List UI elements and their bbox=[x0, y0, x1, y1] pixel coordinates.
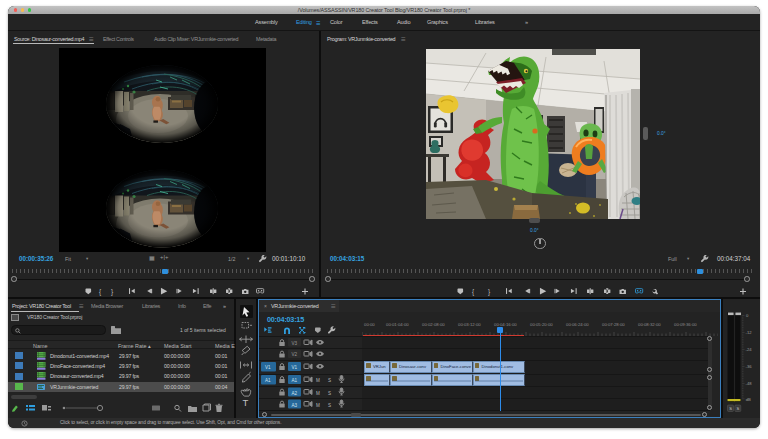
svg-text:M: M bbox=[316, 378, 320, 383]
svg-text:M: M bbox=[316, 391, 320, 396]
svg-text:dB: dB bbox=[745, 397, 750, 402]
svg-text:V3: V3 bbox=[292, 341, 298, 346]
svg-text:S: S bbox=[328, 391, 331, 396]
svg-text:M: M bbox=[316, 403, 320, 408]
svg-text:S: S bbox=[736, 406, 739, 411]
svg-text:{: { bbox=[99, 288, 102, 296]
svg-text:}: } bbox=[111, 288, 114, 296]
svg-text:-24: -24 bbox=[745, 347, 752, 352]
svg-text:A2: A2 bbox=[292, 391, 298, 396]
svg-text:-12: -12 bbox=[745, 330, 752, 335]
svg-text:A1: A1 bbox=[292, 378, 298, 383]
svg-text:V1: V1 bbox=[265, 365, 271, 370]
svg-text:T: T bbox=[243, 397, 249, 408]
svg-text:S: S bbox=[729, 406, 732, 411]
svg-text:0: 0 bbox=[746, 313, 749, 318]
svg-text:A3: A3 bbox=[292, 403, 298, 408]
svg-text:S: S bbox=[328, 378, 331, 383]
svg-text:{: { bbox=[472, 288, 475, 296]
svg-text:}: } bbox=[488, 288, 491, 296]
svg-text:V2: V2 bbox=[292, 352, 298, 357]
svg-text:S: S bbox=[328, 403, 331, 408]
svg-text:-48: -48 bbox=[745, 381, 752, 386]
svg-text:-36: -36 bbox=[745, 364, 752, 369]
svg-text:A1: A1 bbox=[265, 378, 271, 383]
svg-text:V1: V1 bbox=[292, 365, 298, 370]
